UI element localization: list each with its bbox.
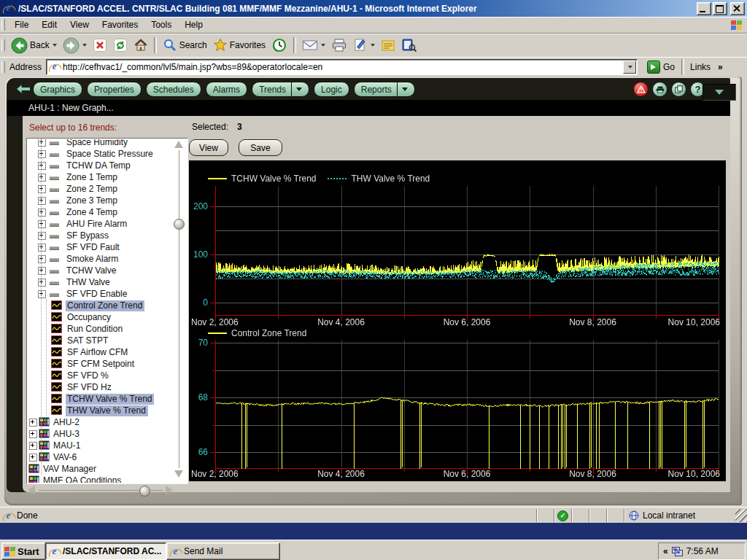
back-button[interactable]: Back xyxy=(8,36,60,55)
go-button[interactable]: Go xyxy=(643,60,678,74)
expand-icon[interactable] xyxy=(38,174,46,182)
tree-item-occupancy[interactable]: Occupancy xyxy=(28,311,187,323)
app-dropdown-button[interactable] xyxy=(703,84,736,101)
nav-schedules[interactable]: Schedules xyxy=(146,82,201,97)
tree-vscrollbar-track[interactable] xyxy=(179,150,179,468)
refresh-button[interactable] xyxy=(110,36,131,54)
tree-item-space-static-pressure[interactable]: Space Static Pressure xyxy=(28,148,187,160)
expand-icon[interactable] xyxy=(29,430,37,438)
tree-item-mmf-oa-conditions[interactable]: MMF OA Conditions xyxy=(28,475,187,483)
tree-scroll-left-icon[interactable] xyxy=(28,486,35,494)
tree-item-sf-bypass[interactable]: SF Bypass xyxy=(28,230,187,241)
taskbar-task-send-mail[interactable]: e Send Mail xyxy=(166,542,280,560)
tree-item-run-condition[interactable]: Run Condition xyxy=(28,323,187,335)
tree-item-sf-cfm-setpoint[interactable]: SF CFM Setpoint xyxy=(28,358,187,370)
start-button[interactable]: Start xyxy=(1,542,46,560)
tree-item-sf-airflow-cfm[interactable]: SF Airflow CFM xyxy=(28,346,187,358)
tree-item-sat-stpt[interactable]: SAT STPT xyxy=(28,335,187,346)
expand-icon[interactable] xyxy=(29,442,37,450)
history-button[interactable] xyxy=(268,36,290,55)
expand-icon[interactable] xyxy=(38,185,46,193)
menu-edit[interactable]: Edit xyxy=(35,18,63,32)
tree-item-mau-1[interactable]: MAU-1 xyxy=(28,440,187,451)
expand-icon[interactable] xyxy=(38,197,46,205)
expand-icon[interactable] xyxy=(38,267,46,275)
tree-item-tchw-valve[interactable]: TCHW Valve xyxy=(28,265,187,276)
tree-item-sf-vfd[interactable]: SF VFD % xyxy=(28,370,187,381)
tree-item-tchw-da-temp[interactable]: TCHW DA Temp xyxy=(28,160,187,171)
maximize-button[interactable] xyxy=(713,2,727,15)
mail-button[interactable] xyxy=(299,37,328,53)
tree-item-zone-4-temp[interactable]: Zone 4 Temp xyxy=(28,206,187,218)
nav-logic[interactable]: Logic xyxy=(314,82,349,97)
alarm-button[interactable] xyxy=(633,82,649,97)
nav-reports-dropdown[interactable] xyxy=(397,82,408,96)
nav-alarms[interactable]: Alarms xyxy=(206,82,247,97)
edit-button[interactable] xyxy=(350,36,378,54)
expand-icon[interactable] xyxy=(29,419,37,427)
expand-icon[interactable] xyxy=(38,139,46,147)
stop-button[interactable] xyxy=(90,36,110,54)
tree-item-ahu-2[interactable]: AHU-2 xyxy=(28,416,187,428)
menu-view[interactable]: View xyxy=(63,18,96,32)
tree-item-thw-valve[interactable]: THW Valve xyxy=(28,276,187,288)
nav-trends[interactable]: Trends xyxy=(252,82,309,97)
view-button[interactable]: View xyxy=(189,139,228,156)
tree-item-sf-vfd-enable[interactable]: SF VFD Enable xyxy=(28,288,187,300)
expand-icon[interactable] xyxy=(38,220,46,228)
tray-chevron[interactable]: « xyxy=(663,546,668,556)
taskbar-task-slac[interactable]: e /SLAC/STANFORD AC... xyxy=(45,542,166,560)
tree-item-zone-1-temp[interactable]: Zone 1 Temp xyxy=(28,171,187,183)
tree-item-vav-manager[interactable]: VAV Manager xyxy=(28,463,187,475)
app-back-button[interactable] xyxy=(15,83,31,97)
forward-button[interactable] xyxy=(60,36,90,55)
expand-icon[interactable] xyxy=(38,150,46,158)
tree-item-space-humidity[interactable]: Space Humidity xyxy=(28,139,187,148)
print-button[interactable] xyxy=(328,36,350,54)
expand-icon[interactable] xyxy=(38,232,46,240)
address-dropdown-button[interactable] xyxy=(623,61,636,74)
expand-icon[interactable] xyxy=(38,290,46,298)
nav-graphics[interactable]: Graphics xyxy=(33,82,82,97)
menu-help[interactable]: Help xyxy=(178,18,209,32)
links-label[interactable]: Links xyxy=(687,62,713,72)
tree-scroll-right-icon[interactable] xyxy=(166,486,173,494)
tree-item-zone-2-temp[interactable]: Zone 2 Temp xyxy=(28,183,187,195)
expand-icon[interactable] xyxy=(38,279,46,287)
discuss-button[interactable] xyxy=(378,37,398,54)
expand-icon[interactable] xyxy=(38,209,46,217)
tree-item-ahu-3[interactable]: AHU-3 xyxy=(28,428,187,440)
home-button[interactable] xyxy=(131,36,151,54)
research-button[interactable] xyxy=(398,36,420,54)
tree-scroll-up-icon[interactable] xyxy=(174,141,183,148)
search-button[interactable]: Search xyxy=(160,36,210,54)
links-chevron[interactable]: » xyxy=(713,62,727,72)
network-icon[interactable] xyxy=(672,547,683,556)
expand-icon[interactable] xyxy=(38,255,46,263)
tree-item-vav-6[interactable]: VAV-6 xyxy=(28,451,187,463)
tree-item-tchw-valve-trend[interactable]: TCHW Valve % Trend xyxy=(28,393,187,405)
tree-scroll-down-icon[interactable] xyxy=(174,470,183,478)
tree-item-thw-valve-trend[interactable]: THW Valve % Trend xyxy=(28,405,187,416)
expand-icon[interactable] xyxy=(38,244,46,252)
tree-item-control-zone-trend[interactable]: Control Zone Trend xyxy=(28,300,187,311)
print-page-button[interactable] xyxy=(652,82,667,97)
tree-hscrollbar-thumb[interactable] xyxy=(139,486,150,497)
menu-file[interactable]: File xyxy=(8,18,35,32)
copy-page-button[interactable] xyxy=(671,82,686,97)
nav-trends-dropdown[interactable] xyxy=(291,82,302,96)
tree-vscrollbar-thumb[interactable] xyxy=(174,219,185,230)
menu-favorites[interactable]: Favorites xyxy=(96,18,144,32)
expand-icon[interactable] xyxy=(29,454,37,462)
favorites-button[interactable]: Favorites xyxy=(210,36,268,54)
close-button[interactable] xyxy=(730,2,745,15)
save-button[interactable]: Save xyxy=(239,139,282,156)
tree-item-smoke-alarm[interactable]: Smoke Alarm xyxy=(28,253,187,265)
nav-reports[interactable]: Reports xyxy=(354,82,415,97)
nav-properties[interactable]: Properties xyxy=(87,82,142,97)
tree-item-sf-vfd-fault[interactable]: SF VFD Fault xyxy=(28,241,187,253)
address-input[interactable]: e http://cefhvac1/_common/lvl5/main.jsp?… xyxy=(46,59,638,75)
tree-item-ahu-fire-alarm[interactable]: AHU Fire Alarm xyxy=(28,218,187,230)
tree-item-zone-3-temp[interactable]: Zone 3 Temp xyxy=(28,195,187,206)
minimize-button[interactable] xyxy=(697,2,711,15)
